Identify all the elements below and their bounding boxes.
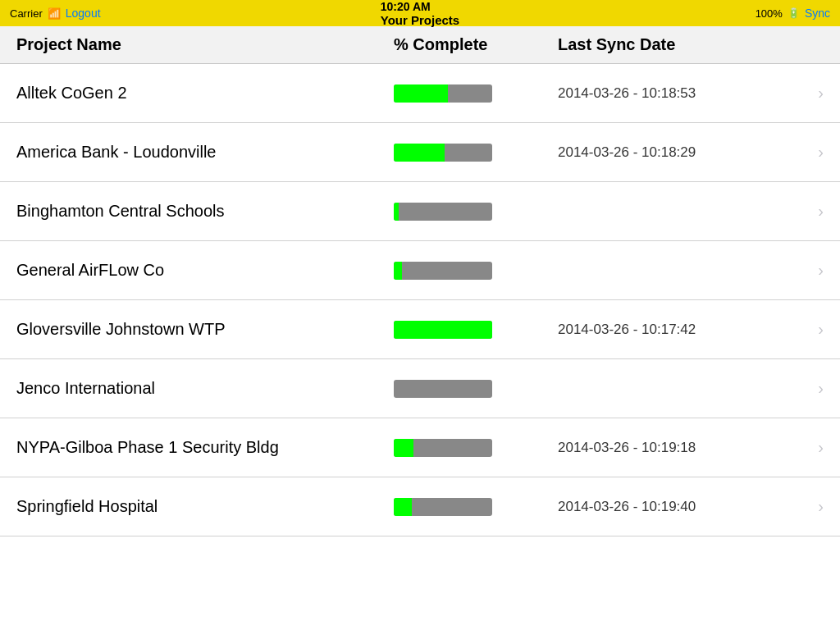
- project-name: Gloversville Johnstown WTP: [16, 320, 394, 339]
- chevron-right-icon: ›: [807, 320, 824, 339]
- sync-date: 2014-03-26 - 10:18:53: [558, 85, 807, 102]
- chevron-right-icon: ›: [807, 84, 824, 103]
- progress-bar: [394, 380, 492, 398]
- chevron-right-icon: ›: [807, 438, 824, 457]
- battery-icon: 🔋: [788, 7, 800, 19]
- progress-bar: [394, 262, 492, 280]
- progress-bar-cell: [394, 84, 558, 103]
- chevron-right-icon: ›: [807, 497, 824, 516]
- col-header-project: Project Name: [16, 35, 394, 54]
- table-row[interactable]: Gloversville Johnstown WTP2014-03-26 - 1…: [0, 300, 840, 359]
- column-headers: Project Name % Complete Last Sync Date: [0, 26, 840, 64]
- table-row[interactable]: General AirFLow Co›: [0, 241, 840, 300]
- sync-date: 2014-03-26 - 10:19:18: [558, 440, 807, 456]
- time-label: 10:20 AM: [381, 0, 459, 13]
- sync-date: 2014-03-26 - 10:19:40: [558, 499, 807, 515]
- progress-bar-cell: [394, 321, 558, 339]
- logout-button[interactable]: Logout: [66, 7, 101, 20]
- project-name: America Bank - Loudonville: [16, 143, 394, 162]
- table-row[interactable]: Alltek CoGen 22014-03-26 - 10:18:53›: [0, 64, 840, 123]
- progress-fill: [394, 144, 445, 162]
- progress-bar: [394, 498, 492, 516]
- progress-fill: [394, 84, 448, 103]
- table-row[interactable]: Binghamton Central Schools›: [0, 182, 840, 241]
- table-row[interactable]: America Bank - Loudonville2014-03-26 - 1…: [0, 123, 840, 182]
- project-name: Alltek CoGen 2: [16, 84, 394, 103]
- table-row[interactable]: Springfield Hospital2014-03-26 - 10:19:4…: [0, 477, 840, 536]
- chevron-right-icon: ›: [807, 379, 824, 398]
- progress-fill: [394, 439, 413, 457]
- status-right: 100% 🔋 Sync: [756, 7, 830, 20]
- battery-label: 100%: [756, 7, 783, 20]
- progress-bar-cell: [394, 380, 558, 398]
- project-table: Alltek CoGen 22014-03-26 - 10:18:53›Amer…: [0, 64, 840, 536]
- project-name: Springfield Hospital: [16, 497, 394, 516]
- table-row[interactable]: Jenco International›: [0, 359, 840, 418]
- progress-bar: [394, 321, 492, 339]
- progress-bar-cell: [394, 203, 558, 221]
- wifi-icon: 📶: [48, 7, 61, 20]
- progress-bar: [394, 84, 492, 103]
- status-left: Carrier 📶 Logout: [10, 7, 101, 20]
- project-name: Jenco International: [16, 379, 394, 398]
- progress-bar-cell: [394, 262, 558, 280]
- progress-bar-cell: [394, 498, 558, 516]
- progress-fill: [394, 321, 492, 339]
- page-title: Your Projects: [381, 13, 459, 27]
- chevron-right-icon: ›: [807, 261, 824, 280]
- progress-bar: [394, 439, 492, 457]
- chevron-right-icon: ›: [807, 202, 824, 221]
- table-row[interactable]: NYPA-Gilboa Phase 1 Security Bldg2014-03…: [0, 418, 840, 477]
- progress-bar: [394, 144, 492, 162]
- progress-bar: [394, 203, 492, 221]
- progress-bar-cell: [394, 439, 558, 457]
- project-name: General AirFLow Co: [16, 261, 394, 280]
- sync-button[interactable]: Sync: [805, 7, 830, 20]
- sync-date: 2014-03-26 - 10:18:29: [558, 144, 807, 161]
- carrier-label: Carrier: [10, 7, 43, 20]
- progress-fill: [394, 262, 402, 280]
- sync-date: 2014-03-26 - 10:17:42: [558, 322, 807, 338]
- status-bar: Carrier 📶 Logout 10:20 AM Your Projects …: [0, 0, 840, 26]
- progress-fill: [394, 203, 399, 221]
- col-header-complete: % Complete: [394, 35, 558, 54]
- project-name: NYPA-Gilboa Phase 1 Security Bldg: [16, 438, 394, 457]
- project-name: Binghamton Central Schools: [16, 202, 394, 221]
- col-header-sync: Last Sync Date: [558, 35, 824, 54]
- chevron-right-icon: ›: [807, 143, 824, 162]
- status-center-time: 10:20 AM Your Projects: [381, 0, 459, 27]
- progress-fill: [394, 498, 412, 516]
- progress-bar-cell: [394, 144, 558, 162]
